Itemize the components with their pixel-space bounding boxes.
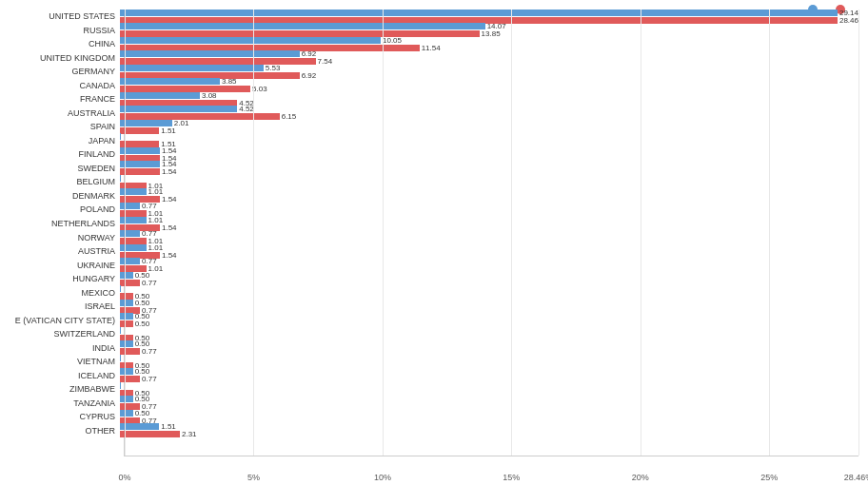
owners-bar-row: 1.51 (120, 423, 858, 430)
owners-value: 1.01 (148, 187, 164, 196)
table-row: UNITED STATES29.1428.46 (1, 10, 858, 24)
country-label: MEXICO (1, 288, 120, 298)
table-row: HUNGARY0.500.77 (1, 272, 858, 286)
country-label: TANZANIA (1, 398, 120, 408)
table-row: BELGIUM1.01 (1, 175, 858, 189)
bars-pair: 14.0713.85 (120, 23, 858, 37)
owners-bar-row (120, 382, 858, 389)
bars-pair: 1.011.54 (120, 188, 858, 203)
country-label: NORWAY (1, 233, 120, 242)
country-label: OTHER (1, 426, 120, 436)
country-label: AUSTRALIA (1, 108, 120, 118)
owners-bar-row: 0.50 (120, 272, 858, 279)
grid-line (511, 10, 512, 456)
owners-bar (120, 161, 160, 167)
country-label: HUNGARY (1, 274, 120, 283)
country-label: SPAIN (1, 122, 120, 131)
owners-bar-row: 0.50 (120, 410, 858, 417)
owners-bar-row (120, 327, 858, 334)
owners-bar-row: 14.07 (120, 23, 858, 29)
bars-pair: 0.500.50 (120, 313, 858, 327)
owners-bar (120, 423, 159, 430)
owners-bar (120, 10, 838, 16)
owners-bar (120, 120, 172, 126)
owners-bar (120, 382, 121, 389)
owners-value: 2.01 (174, 119, 189, 127)
owners-bar-row: 3.85 (120, 78, 858, 85)
country-label: CYPRUS (1, 412, 120, 421)
country-label: UNITED KINGDOM (1, 53, 120, 63)
owners-bar (120, 50, 300, 57)
owners-bar-row: 1.01 (120, 244, 858, 251)
owners-bar-row: 1.01 (120, 217, 858, 223)
owners-value: 3.85 (222, 77, 237, 86)
owners-bar (120, 340, 133, 347)
bars-wrapper: UNITED STATES29.1428.46RUSSIA14.0713.85C… (125, 10, 858, 456)
owners-bar-row: 1.01 (120, 188, 858, 195)
owners-bar (120, 65, 264, 71)
table-row: RUSSIA14.0713.85 (1, 24, 858, 38)
owners-bar-row (120, 133, 858, 140)
bars-pair: 1.011.54 (120, 217, 858, 231)
owners-bar-row: 0.50 (120, 300, 858, 306)
owners-bar-row: 0.50 (120, 368, 858, 375)
table-row: CANADA3.855.03 (1, 79, 858, 93)
table-row: JAPAN1.51 (1, 134, 858, 148)
country-label: RUSSIA (1, 26, 120, 35)
owners-bar (120, 313, 133, 320)
table-row: CHINA10.0511.54 (1, 37, 858, 51)
owners-bar (120, 92, 200, 99)
owners-bar (120, 272, 133, 279)
owners-bar-row: 0.77 (120, 258, 858, 264)
country-label: CHINA (1, 39, 120, 48)
owners-bar-row: 29.14 (120, 10, 858, 16)
table-row: UNITED KINGDOM6.927.54 (1, 51, 858, 66)
owners-bar-row: 1.54 (120, 147, 858, 154)
owners-value: 3.08 (202, 91, 217, 100)
owners-bar-row (120, 175, 858, 182)
owners-bar (120, 300, 133, 306)
table-row: SPAIN2.011.51 (1, 120, 858, 134)
table-row: TANZANIA0.500.77 (1, 396, 858, 410)
country-label: E (VATICAN CITY STATE) (1, 316, 120, 325)
owners-bar-row: 0.50 (120, 340, 858, 347)
table-row: NETHERLANDS1.011.54 (1, 217, 858, 231)
x-axis-label: 25% (760, 473, 778, 482)
owners-bar-row (120, 355, 858, 361)
table-row: FRANCE3.084.52 (1, 92, 858, 107)
table-row: VIETNAM0.50 (1, 355, 858, 369)
owners-bar (120, 106, 237, 112)
table-row: SWEDEN1.541.54 (1, 162, 858, 176)
grid-line (858, 10, 859, 456)
owners-bar-row: 5.53 (120, 65, 858, 71)
country-label: ISRAEL (1, 301, 120, 311)
bars-pair: 1.541.54 (120, 147, 858, 162)
owners-value: 5.53 (266, 64, 281, 72)
country-label: NETHERLANDS (1, 219, 120, 228)
bars-pair: 4.526.15 (120, 106, 858, 120)
owners-bar-row: 10.05 (120, 37, 858, 44)
country-label: AUSTRIA (1, 246, 120, 256)
bars-pair: 0.50 (120, 382, 858, 397)
bars-pair: 0.500.77 (120, 410, 858, 424)
table-row: AUSTRALIA4.526.15 (1, 107, 858, 121)
table-row: UKRAINE0.771.01 (1, 258, 858, 272)
owners-value: 4.52 (239, 105, 254, 113)
owners-bar-row (120, 285, 858, 292)
x-axis-label: 5% (247, 473, 260, 482)
bars-pair: 0.771.01 (120, 258, 858, 272)
country-label: DENMARK (1, 191, 120, 201)
owners-bar (120, 410, 133, 417)
owners-bar-row: 0.50 (120, 396, 858, 402)
grid-line (641, 10, 641, 456)
table-row: GERMANY5.536.92 (1, 65, 858, 79)
owners-value: 1.51 (161, 422, 176, 431)
country-label: VIETNAM (1, 357, 120, 366)
country-label: UNITED STATES (1, 11, 120, 21)
country-label: JAPAN (1, 136, 120, 146)
owners-bar (120, 355, 121, 361)
owners-value: 1.01 (148, 243, 164, 252)
table-row: POLAND0.771.01 (1, 203, 858, 217)
owners-value: 10.05 (383, 36, 402, 45)
country-label: POLAND (1, 204, 120, 214)
